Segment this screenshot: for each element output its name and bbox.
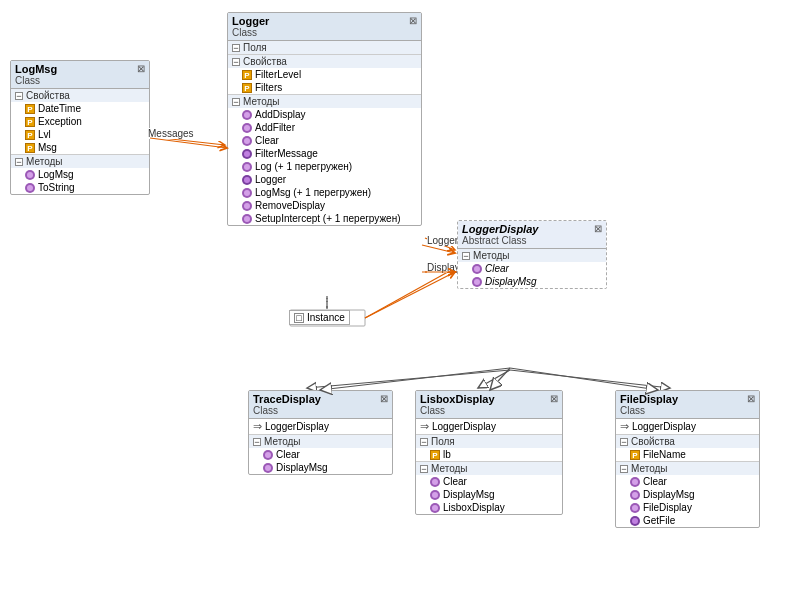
logger-methods-header: − Методы <box>228 95 421 108</box>
lisboxdisplay-parent-section: ⇒ LoggerDisplay <box>416 419 562 435</box>
prop-icon: P <box>25 130 35 140</box>
logmsg-logmsg: LogMsg <box>11 168 149 181</box>
expand-icon[interactable]: − <box>232 44 240 52</box>
loggerdisplay-displaymsg: DisplayMsg <box>458 275 606 288</box>
expand-icon[interactable]: − <box>15 92 23 100</box>
filedisplay-clear: Clear <box>616 475 759 488</box>
filedisplay-collapse-icon[interactable]: ⊠ <box>747 393 755 404</box>
prop-icon: P <box>25 143 35 153</box>
logger-setupintercept: SetupIntercept (+ 1 перегружен) <box>228 212 421 225</box>
logger-filtermessage: FilterMessage <box>228 147 421 160</box>
expand-icon[interactable]: − <box>420 438 428 446</box>
logger-methods-section: − Методы AddDisplay AddFilter Clear Filt… <box>228 95 421 225</box>
method-icon <box>430 477 440 487</box>
logger-properties-header: − Свойства <box>228 55 421 68</box>
tracedisplay-collapse-icon[interactable]: ⊠ <box>380 393 388 404</box>
filedisplay-filedisplay: FileDisplay <box>616 501 759 514</box>
loggerdisplay-box: LoggerDisplay Abstract Class ⊠ − Методы … <box>457 220 607 289</box>
filedisplay-properties-header: − Свойства <box>616 435 759 448</box>
tracedisplay-box: TraceDisplay Class ⊠ ⇒ LoggerDisplay − М… <box>248 390 393 475</box>
lisboxdisplay-lb: Plb <box>416 448 562 461</box>
filedisplay-parent-section: ⇒ LoggerDisplay <box>616 419 759 435</box>
logger-title: Logger <box>232 15 269 27</box>
prop-icon: P <box>630 450 640 460</box>
prop-icon: P <box>25 104 35 114</box>
lisboxdisplay-header: LisboxDisplay Class ⊠ <box>416 391 562 419</box>
instance-label: Instance <box>307 312 345 323</box>
logmsg-collapse-icon[interactable]: ⊠ <box>137 63 145 74</box>
logger-collapse-icon[interactable]: ⊠ <box>409 15 417 26</box>
method-icon <box>242 136 252 146</box>
logger-filters: PFilters <box>228 81 421 94</box>
filedisplay-title: FileDisplay <box>620 393 678 405</box>
method-icon <box>242 110 252 120</box>
svg-line-8 <box>365 268 455 318</box>
filedisplay-properties-section: − Свойства PFileName <box>616 435 759 462</box>
expand-icon[interactable]: − <box>462 252 470 260</box>
lisboxdisplay-lisboxdisplay: LisboxDisplay <box>416 501 562 514</box>
expand-icon[interactable]: − <box>253 438 261 446</box>
instance-icon: □ <box>294 313 304 323</box>
expand-icon[interactable]: − <box>420 465 428 473</box>
logmsg-subtitle: Class <box>15 75 57 86</box>
expand-icon[interactable]: − <box>232 58 240 66</box>
expand-icon[interactable]: − <box>620 438 628 446</box>
filedisplay-filename: PFileName <box>616 448 759 461</box>
expand-icon[interactable]: − <box>620 465 628 473</box>
lisboxdisplay-clear: Clear <box>416 475 562 488</box>
lisboxdisplay-title: LisboxDisplay <box>420 393 495 405</box>
tracedisplay-methods-header: − Методы <box>249 435 392 448</box>
logger-filterlevel: PFilterLevel <box>228 68 421 81</box>
loggerdisplay-collapse-icon[interactable]: ⊠ <box>594 223 602 234</box>
logger-fields-section: − Поля <box>228 41 421 55</box>
lisboxdisplay-methods-section: − Методы Clear DisplayMsg LisboxDisplay <box>416 462 562 514</box>
messages-label: Messages <box>148 128 194 139</box>
method-icon <box>472 277 482 287</box>
expand-icon[interactable]: − <box>232 98 240 106</box>
logger-logmsg: LogMsg (+ 1 перегружен) <box>228 186 421 199</box>
diagram-container: LogMsg Class ⊠ − Свойства PDateTime PExc… <box>0 0 800 600</box>
svg-line-7 <box>510 370 670 388</box>
method-icon <box>25 170 35 180</box>
tracedisplay-clear: Clear <box>249 448 392 461</box>
svg-line-6 <box>478 370 510 388</box>
loggerdisplay-methods-section: − Методы Clear DisplayMsg <box>458 249 606 288</box>
logger-adddisplay: AddDisplay <box>228 108 421 121</box>
tracedisplay-title: TraceDisplay <box>253 393 321 405</box>
method-icon <box>430 503 440 513</box>
filedisplay-methods-section: − Методы Clear DisplayMsg FileDisplay Ge… <box>616 462 759 527</box>
logmsg-msg: PMsg <box>11 141 149 154</box>
tracedisplay-subtitle: Class <box>253 405 321 416</box>
method-icon <box>263 450 273 460</box>
logger-header: Logger Class ⊠ <box>228 13 421 41</box>
loggerdisplay-subtitle: Abstract Class <box>462 235 538 246</box>
logmsg-tostring: ToString <box>11 181 149 194</box>
inherit-icon: ⇒ <box>253 420 262 433</box>
logmsg-methods-header: − Методы <box>11 155 149 168</box>
method-icon <box>630 503 640 513</box>
logger-properties-section: − Свойства PFilterLevel PFilters <box>228 55 421 95</box>
lisboxdisplay-box: LisboxDisplay Class ⊠ ⇒ LoggerDisplay − … <box>415 390 563 515</box>
lisboxdisplay-collapse-icon[interactable]: ⊠ <box>550 393 558 404</box>
logmsg-header: LogMsg Class ⊠ <box>11 61 149 89</box>
lisboxdisplay-fields-header: − Поля <box>416 435 562 448</box>
filedisplay-getfile: GetFile <box>616 514 759 527</box>
method-icon <box>25 183 35 193</box>
logmsg-properties-header: − Свойства <box>11 89 149 102</box>
filedisplay-parent: ⇒ LoggerDisplay <box>616 419 759 434</box>
svg-line-14 <box>320 368 510 390</box>
lisboxdisplay-parent: ⇒ LoggerDisplay <box>416 419 562 434</box>
inherit-icon: ⇒ <box>420 420 429 433</box>
tracedisplay-displaymsg: DisplayMsg <box>249 461 392 474</box>
prop-icon: P <box>242 70 252 80</box>
method-static-icon <box>242 149 252 159</box>
expand-icon[interactable]: − <box>15 158 23 166</box>
method-icon <box>242 188 252 198</box>
filedisplay-header: FileDisplay Class ⊠ <box>616 391 759 419</box>
prop-icon: P <box>25 117 35 127</box>
method-icon <box>242 201 252 211</box>
svg-line-10 <box>422 245 455 253</box>
filedisplay-methods-header: − Методы <box>616 462 759 475</box>
instance-label-box: □ Instance <box>289 310 350 325</box>
logmsg-methods-section: − Методы LogMsg ToString <box>11 155 149 194</box>
